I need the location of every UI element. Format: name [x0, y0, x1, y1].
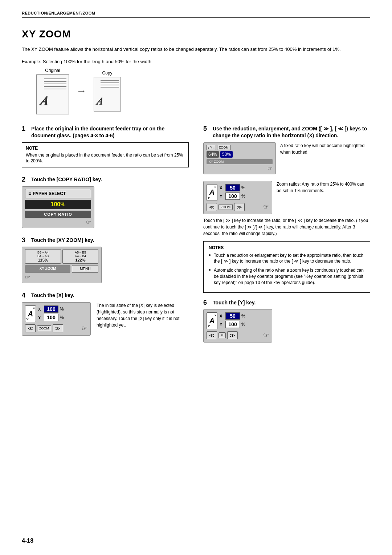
- step5-finger2: ☞: [263, 203, 269, 211]
- zoom-b5a4-btn[interactable]: B5→A4B4→A3 115%: [25, 249, 61, 264]
- step-1-num: 1: [22, 125, 28, 132]
- note-title: NOTE: [26, 146, 185, 151]
- page: REDUCTION/ENLARGEMENT/ZOOM XY ZOOM The X…: [0, 0, 392, 555]
- y-pct: %: [60, 315, 64, 320]
- paper-select-btn[interactable]: ≡ PAPER SELECT: [25, 189, 91, 198]
- x-superscript: ×: [33, 307, 35, 310]
- step6-xy-panel: × A Y X 50 % Y: [203, 309, 272, 343]
- step6-xy-inner: × A Y X 50 % Y: [207, 312, 269, 329]
- step6-zoom-decrease-btn[interactable]: ≪: [207, 331, 217, 339]
- step-2-header: 2 Touch the [COPY RATIO] key.: [22, 176, 189, 183]
- zoom-a5b5-btn[interactable]: A5→B5A4→B4 122%: [62, 249, 98, 264]
- a-block: × A Y: [25, 305, 36, 322]
- original-doc: Original 𝐴: [36, 68, 69, 114]
- step5-xy-values: X 50 % Y 100 %: [220, 184, 269, 201]
- step-1-note: NOTE When the original is placed in the …: [22, 142, 189, 168]
- step-6-title: Touch the [Y] key.: [213, 299, 256, 307]
- step5-zoom-increase-btn[interactable]: ≫: [234, 203, 245, 211]
- step-4-num: 4: [22, 292, 28, 299]
- copy-lines: [101, 80, 119, 89]
- step-3-title: Touch the [XY ZOOM] key.: [31, 237, 94, 244]
- step5-zoom-label: ZOOM: [219, 204, 233, 210]
- zoom-increase-btn[interactable]: ≫: [53, 324, 63, 332]
- step6-x-axis: X: [220, 314, 224, 318]
- step4-xy-inner: × A Y X 100 % Y: [25, 305, 87, 322]
- two-column-layout: 1 Place the original in the document fee…: [22, 125, 370, 352]
- finger-icon: ☞: [25, 219, 91, 226]
- zoom-decrease-btn[interactable]: ≪: [25, 324, 36, 332]
- copy-label: Copy: [94, 70, 121, 76]
- step-2-num: 2: [22, 176, 28, 183]
- step6-y-value[interactable]: 100: [225, 321, 240, 328]
- arrow-right-icon: →: [76, 85, 86, 97]
- step6-xy-bottom: ≪ M ≫ ☞: [207, 331, 269, 339]
- step-6: 6 Touch the [Y] key. × A Y: [203, 299, 370, 343]
- page-footer: 4-18: [22, 538, 33, 544]
- intro-text: The XY ZOOM feature allows the horizonta…: [22, 46, 370, 53]
- step-5-title: Use the reduction, enlargement, and ZOOM…: [213, 125, 370, 139]
- step-1-header: 1 Place the original in the document fee…: [22, 125, 189, 139]
- y-value[interactable]: 100: [44, 314, 58, 321]
- step-3-num: 3: [22, 237, 28, 243]
- menu-btn[interactable]: MENU: [72, 265, 98, 273]
- step5-y-value[interactable]: 100: [225, 193, 240, 200]
- step5-a-letter: A: [209, 188, 215, 197]
- step-6-num: 6: [203, 299, 210, 306]
- note-item-2: Automatic changing of the ratio when a z…: [209, 267, 365, 285]
- original-box: 𝐴: [36, 74, 69, 114]
- step-3-header: 3 Touch the [XY ZOOM] key.: [22, 237, 189, 244]
- step5-top-panel: ↕ Y ↕ ZOOM 64% 50% XY ZOOM ☞: [203, 142, 276, 174]
- step-6-header: 6 Touch the [Y] key.: [203, 299, 370, 307]
- step5-x-value[interactable]: 50: [225, 184, 240, 191]
- step-4: 4 Touch the [X] key. × A Y: [22, 292, 189, 336]
- step-1: 1 Place the original in the document fee…: [22, 125, 189, 168]
- s5-50-btn[interactable]: 50%: [220, 151, 233, 158]
- step6-a-block: × A Y: [207, 312, 217, 329]
- s5-xy-zoom-label[interactable]: XY ZOOM: [207, 159, 273, 164]
- s5-finger: ☞: [207, 165, 273, 172]
- step5-zoom-decrease-btn[interactable]: ≪: [207, 203, 217, 211]
- copy-box: 𝐴: [94, 77, 121, 112]
- zoom-122-pct: 122%: [65, 258, 96, 262]
- note-text: When the original is placed in the docum…: [26, 152, 185, 165]
- copy-doc: Copy 𝐴: [94, 70, 121, 112]
- a-letter: A: [28, 310, 33, 318]
- notes-box: NOTES Touch a reduction or enlargement k…: [203, 241, 370, 293]
- top-bar: REDUCTION/ENLARGEMENT/ZOOM: [22, 11, 370, 18]
- zoom-top-row: B5→A4B4→A3 115% A5→B5A4→B4 122%: [25, 249, 98, 264]
- xy-zoom-btn[interactable]: XY ZOOM: [25, 265, 70, 273]
- step5-side-text3: Touch the [ ≫ ] key to increase the rati…: [203, 217, 370, 237]
- step6-x-superscript: ×: [215, 313, 216, 317]
- step6-zoom-label: M: [219, 332, 226, 338]
- step6-zoom-increase-btn[interactable]: ≫: [227, 331, 238, 339]
- step6-finger: ☞: [263, 331, 269, 339]
- original-a: 𝐴: [40, 93, 48, 109]
- xy-values: X 100 % Y 100 %: [38, 305, 87, 322]
- step6-y-row: Y 100 %: [220, 321, 269, 328]
- s5-64-btn[interactable]: 64%: [207, 151, 219, 158]
- x-value[interactable]: 100: [44, 305, 58, 313]
- example-text: Example: Selecting 100% for the length a…: [22, 59, 370, 64]
- copy-a: 𝐴: [96, 96, 102, 108]
- step4-body: The initial state of the [X] key is sele…: [97, 302, 189, 328]
- original-lines: [44, 78, 66, 91]
- step6-x-pct: %: [241, 313, 245, 319]
- step5-side-text1: A fixed ratio key will not become highli…: [280, 142, 370, 155]
- step5-x-pct: %: [241, 185, 245, 190]
- ratio-display: 100%: [25, 200, 91, 209]
- x-axis-label: X: [38, 307, 42, 311]
- step3-finger: ☞: [25, 274, 98, 281]
- step-2-title: Touch the [COPY RATIO] key.: [31, 176, 102, 183]
- paper-select-label: PAPER SELECT: [33, 191, 66, 196]
- note-item-1: Touch a reduction or enlargement key to …: [209, 252, 365, 265]
- step-1-title: Place the original in the document feede…: [31, 125, 189, 139]
- copy-ratio-btn[interactable]: COPY RATIO: [25, 211, 91, 218]
- step5-y-pct: %: [241, 194, 245, 199]
- step-4-header: 4 Touch the [X] key.: [22, 292, 189, 299]
- zoom-small-label: ZOOM: [37, 325, 51, 331]
- step5-y-row: Y 100 %: [220, 193, 269, 200]
- step6-x-value[interactable]: 50: [225, 312, 240, 320]
- s5-zoom-word: ZOOM: [217, 145, 230, 150]
- step4-xy-panel: × A Y X 100 % Y: [22, 302, 91, 336]
- copy-ratio-panel: ≡ PAPER SELECT 100% COPY RATIO ☞: [22, 186, 94, 228]
